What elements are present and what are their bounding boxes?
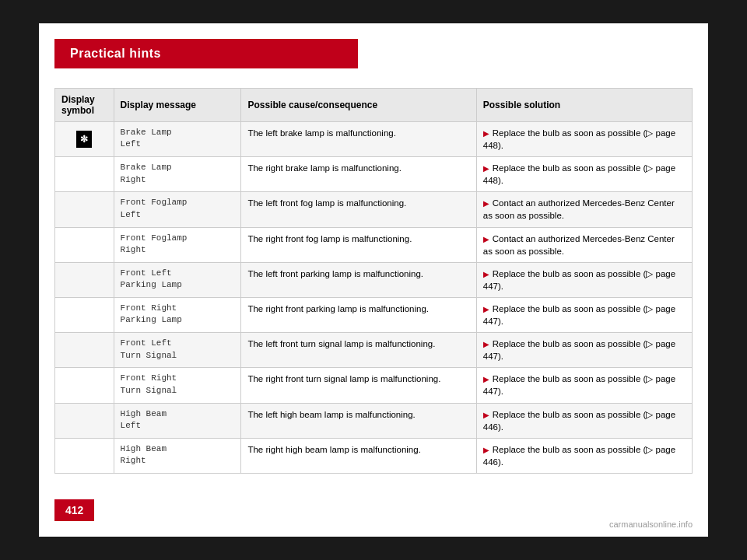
table-row: Front Foglamp RightThe right front fog l…: [55, 227, 693, 262]
cause-cell: The left front fog lamp is malfunctionin…: [241, 192, 476, 227]
message-cell: Front Foglamp Left: [114, 192, 241, 227]
solution-cell: ▶Contact an authorized Mercedes-Benz Cen…: [476, 192, 692, 227]
arrow-icon: ▶: [483, 411, 489, 419]
table-row: Front Left Turn SignalThe left front tur…: [55, 333, 693, 368]
message-cell: Front Right Parking Lamp: [114, 297, 241, 332]
cause-cell: The right front fog lamp is malfunctioni…: [241, 227, 476, 262]
symbol-cell: [55, 262, 114, 297]
cause-cell: The right front parking lamp is malfunct…: [241, 297, 476, 332]
arrow-icon: ▶: [483, 235, 489, 243]
solution-cell: ▶Replace the bulb as soon as possible (▷…: [476, 122, 692, 157]
table-row: Brake Lamp RightThe right brake lamp is …: [55, 157, 693, 192]
table-header-row: Display symbol Display message Possible …: [55, 89, 693, 122]
cause-cell: The left front parking lamp is malfuncti…: [241, 262, 476, 297]
cause-cell: The right high beam lamp is malfunctioni…: [241, 438, 476, 473]
arrow-icon: ▶: [483, 340, 489, 348]
cause-cell: The right brake lamp is malfunctioning.: [241, 157, 476, 192]
cause-cell: The left high beam lamp is malfunctionin…: [241, 403, 476, 438]
main-table-container: Display symbol Display message Possible …: [54, 88, 693, 474]
table-row: High Beam LeftThe left high beam lamp is…: [55, 403, 693, 438]
symbol-cell: [55, 368, 114, 403]
symbol-cell: [55, 333, 114, 368]
col-cause: Possible cause/consequence: [241, 89, 476, 122]
symbol-cell: [55, 157, 114, 192]
message-cell: Front Right Turn Signal: [114, 368, 241, 403]
arrow-icon: ▶: [483, 164, 489, 173]
page-number: 412: [54, 499, 94, 521]
arrow-icon: ▶: [483, 199, 489, 208]
col-display-symbol: Display symbol: [55, 89, 114, 122]
message-cell: Front Left Turn Signal: [114, 333, 241, 368]
lamp-icon: ✼: [76, 131, 92, 149]
solution-cell: ▶Contact an authorized Mercedes-Benz Cen…: [476, 227, 692, 262]
solution-cell: ▶Replace the bulb as soon as possible (▷…: [476, 438, 692, 473]
table-row: High Beam RightThe right high beam lamp …: [55, 438, 693, 473]
symbol-cell: ✼: [55, 122, 114, 157]
page-content: Practical hints Display symbol Display m…: [39, 23, 708, 537]
solution-cell: ▶Replace the bulb as soon as possible (▷…: [476, 333, 692, 368]
symbol-cell: [55, 403, 114, 438]
solution-cell: ▶Replace the bulb as soon as possible (▷…: [476, 297, 692, 332]
arrow-icon: ▶: [483, 129, 489, 138]
message-cell: Front Foglamp Right: [114, 227, 241, 262]
arrow-icon: ▶: [483, 446, 489, 454]
message-cell: Brake Lamp Left: [114, 122, 241, 157]
symbol-cell: [55, 192, 114, 227]
watermark: carmanualsonline.info: [609, 520, 693, 529]
solution-cell: ▶Replace the bulb as soon as possible (▷…: [476, 368, 692, 403]
arrow-icon: ▶: [483, 375, 489, 383]
table-row: ✼Brake Lamp LeftThe left brake lamp is m…: [55, 122, 693, 157]
col-display-message: Display message: [114, 89, 241, 122]
lamp-fault-table: Display symbol Display message Possible …: [54, 88, 693, 474]
cause-cell: The left front turn signal lamp is malfu…: [241, 333, 476, 368]
page-title: Practical hints: [70, 47, 161, 60]
message-cell: Brake Lamp Right: [114, 157, 241, 192]
solution-cell: ▶Replace the bulb as soon as possible (▷…: [476, 403, 692, 438]
solution-cell: ▶Replace the bulb as soon as possible (▷…: [476, 262, 692, 297]
message-cell: High Beam Left: [114, 403, 241, 438]
symbol-cell: [55, 297, 114, 332]
symbol-cell: [55, 227, 114, 262]
table-row: Front Foglamp LeftThe left front fog lam…: [55, 192, 693, 227]
message-cell: High Beam Right: [114, 438, 241, 473]
cause-cell: The right front turn signal lamp is malf…: [241, 368, 476, 403]
symbol-cell: [55, 438, 114, 473]
table-row: Front Right Parking LampThe right front …: [55, 297, 693, 332]
solution-cell: ▶Replace the bulb as soon as possible (▷…: [476, 157, 692, 192]
header-bar: Practical hints: [54, 39, 358, 68]
arrow-icon: ▶: [483, 270, 489, 278]
cause-cell: The left brake lamp is malfunctioning.: [241, 122, 476, 157]
table-row: Front Right Turn SignalThe right front t…: [55, 368, 693, 403]
arrow-icon: ▶: [483, 305, 489, 313]
message-cell: Front Left Parking Lamp: [114, 262, 241, 297]
table-row: Front Left Parking LampThe left front pa…: [55, 262, 693, 297]
col-solution: Possible solution: [476, 89, 692, 122]
